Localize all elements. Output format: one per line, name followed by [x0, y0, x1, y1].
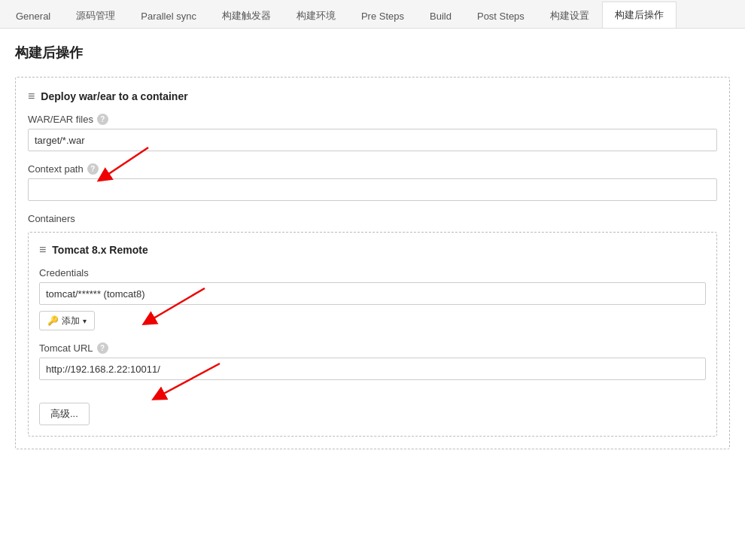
- tomcat-card: ≡ Tomcat 8.x Remote Credentials: [28, 232, 717, 437]
- tomcat-drag-handle-icon: ≡: [39, 243, 46, 257]
- page-title: 构建后操作: [15, 44, 730, 62]
- tab-build[interactable]: Build: [417, 3, 464, 28]
- add-credentials-button[interactable]: 🔑 添加 ▾: [39, 311, 95, 330]
- tab-presteps[interactable]: Pre Steps: [348, 3, 417, 28]
- card-title: Deploy war/ear to a container: [41, 90, 187, 102]
- key-icon: 🔑: [47, 315, 59, 326]
- containers-label: Containers: [28, 213, 717, 224]
- tab-bar: General 源码管理 Parallel sync 构建触发器 构建环境 Pr…: [0, 0, 745, 29]
- war-files-help-icon[interactable]: ?: [97, 114, 108, 125]
- add-button-label: 添加: [62, 315, 80, 327]
- credentials-input[interactable]: [39, 282, 706, 305]
- tomcat-url-group: Tomcat URL ?: [39, 342, 706, 380]
- tomcat-card-header: ≡ Tomcat 8.x Remote: [39, 243, 706, 257]
- advanced-button[interactable]: 高级...: [39, 403, 90, 425]
- tab-env[interactable]: 构建环境: [284, 3, 348, 28]
- tab-parallel[interactable]: Parallel sync: [128, 3, 209, 28]
- context-path-group: Context path ?: [28, 163, 717, 201]
- deploy-card: ≡ Deploy war/ear to a container WAR/EAR …: [15, 77, 730, 449]
- war-files-group: WAR/EAR files ?: [28, 114, 717, 151]
- tomcat-card-title: Tomcat 8.x Remote: [52, 244, 147, 256]
- tab-postbuild[interactable]: 构建后操作: [602, 2, 677, 28]
- credentials-label: Credentials: [39, 267, 706, 278]
- war-files-input[interactable]: [28, 129, 717, 151]
- context-path-help-icon[interactable]: ?: [87, 163, 99, 175]
- tab-source[interactable]: 源码管理: [63, 3, 128, 28]
- tab-trigger[interactable]: 构建触发器: [209, 3, 284, 28]
- caret-down-icon: ▾: [83, 317, 87, 325]
- tomcat-url-help-icon[interactable]: ?: [97, 342, 108, 354]
- page-content: 构建后操作 ≡ Deploy war/ear to a container WA…: [0, 29, 745, 476]
- war-files-label: WAR/EAR files ?: [28, 114, 717, 125]
- tomcat-url-input[interactable]: [39, 358, 706, 380]
- context-path-label: Context path ?: [28, 163, 717, 175]
- credentials-group: Credentials 🔑: [39, 267, 706, 330]
- drag-handle-icon: ≡: [28, 90, 35, 103]
- tomcat-url-label: Tomcat URL ?: [39, 342, 706, 354]
- tab-poststeps[interactable]: Post Steps: [464, 3, 537, 28]
- card-header: ≡ Deploy war/ear to a container: [28, 90, 717, 103]
- tab-general[interactable]: General: [3, 3, 63, 28]
- context-path-input[interactable]: [28, 178, 717, 201]
- tab-settings[interactable]: 构建设置: [537, 3, 602, 28]
